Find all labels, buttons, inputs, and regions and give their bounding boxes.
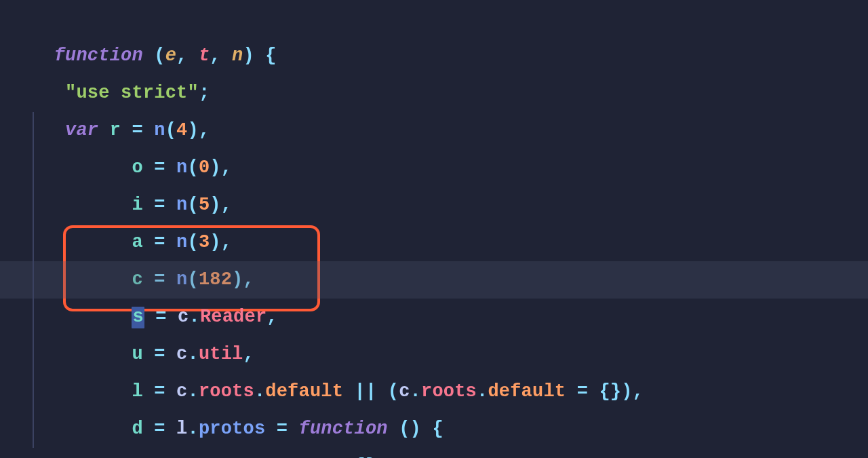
code-line: o = n(0), (0, 112, 868, 149)
code-line-current: s = c.Reader, (0, 261, 868, 299)
code-line: var e, t, n = {}; (0, 411, 868, 448)
code-line: i = n(5), (0, 149, 868, 187)
code-line: "use strict"; (0, 37, 868, 75)
code-line: function (e, t, n) { (0, 0, 868, 37)
code-line: a = n(3), (0, 187, 868, 224)
code-line: l = c.roots.default || (c.roots.default … (0, 336, 868, 373)
code-line: u = c.util, (0, 299, 868, 336)
code-editor[interactable]: function (e, t, n) { "use strict"; var r… (0, 0, 868, 458)
code-line: d = l.protos = function () { (0, 373, 868, 411)
code-line: c = n(182), (0, 224, 868, 261)
code-line: var r = n(4), (0, 75, 868, 112)
